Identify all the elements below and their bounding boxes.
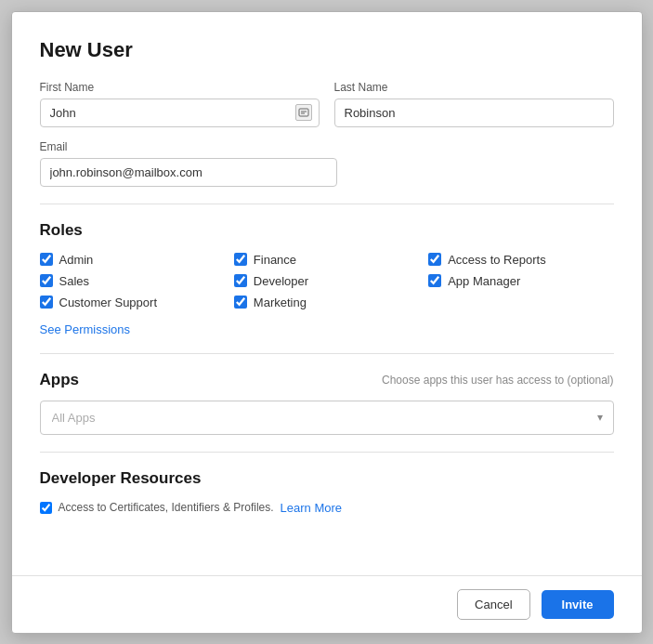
role-finance-label[interactable]: Finance [254,253,296,267]
role-customer-support-checkbox[interactable] [40,296,53,309]
learn-more-link[interactable]: Learn More [281,501,342,515]
role-access-reports: Access to Reports [428,253,613,267]
last-name-input[interactable] [334,99,614,127]
cancel-button[interactable]: Cancel [457,589,529,620]
role-sales-label[interactable]: Sales [59,274,90,288]
contacts-icon[interactable] [295,104,312,121]
apps-header: Apps Choose apps this user has access to… [40,371,614,389]
role-admin-label[interactable]: Admin [59,253,94,267]
svg-rect-0 [299,109,308,116]
apps-select-wrapper: All Apps ▾ [40,401,614,435]
divider-1 [40,204,614,204]
name-row: First Name Last Name [40,81,614,127]
role-access-reports-label[interactable]: Access to Reports [448,253,546,267]
role-app-manager-checkbox[interactable] [428,274,441,287]
page-title: New User [40,38,614,62]
first-name-input[interactable] [40,99,320,127]
apps-optional-text: Choose apps this user has access to (opt… [382,374,613,387]
roles-grid: Admin Finance Access to Reports Sales De… [40,253,614,309]
role-app-manager-label[interactable]: App Manager [448,274,520,288]
role-finance: Finance [234,253,419,267]
first-name-input-wrapper [40,99,320,127]
email-group: Email [40,140,337,187]
role-access-reports-checkbox[interactable] [428,253,441,266]
role-customer-support: Customer Support [40,296,225,309]
email-label: Email [40,140,337,153]
role-admin: Admin [40,253,225,267]
developer-resources-label[interactable]: Access to Certificates, Identifiers & Pr… [59,501,274,514]
role-developer-label[interactable]: Developer [254,274,308,288]
first-name-label: First Name [40,81,320,94]
developer-resources-row: Access to Certificates, Identifiers & Pr… [40,501,614,515]
developer-resources-title: Developer Resources [40,469,614,488]
role-finance-checkbox[interactable] [234,253,247,266]
role-developer: Developer [234,274,419,288]
role-marketing-label[interactable]: Marketing [254,296,307,309]
first-name-group: First Name [40,81,320,127]
role-app-manager: App Manager [428,274,613,288]
apps-section-title: Apps [40,371,80,389]
modal-footer: Cancel Invite [12,575,642,633]
divider-2 [40,353,614,354]
role-sales-checkbox[interactable] [40,274,53,287]
role-customer-support-label[interactable]: Customer Support [59,296,158,309]
divider-3 [40,452,614,453]
see-permissions-link[interactable]: See Permissions [40,322,131,336]
apps-select[interactable]: All Apps [40,401,614,435]
new-user-modal: New User First Name Last Name [11,11,643,634]
last-name-group: Last Name [334,81,614,127]
roles-section-title: Roles [40,221,614,240]
developer-resources-checkbox[interactable] [40,502,52,514]
role-marketing-checkbox[interactable] [234,296,247,309]
last-name-label: Last Name [334,81,614,94]
modal-body: New User First Name Last Name [12,12,642,575]
role-marketing: Marketing [234,296,419,309]
email-input[interactable] [40,158,337,187]
invite-button[interactable]: Invite [542,590,614,619]
role-developer-checkbox[interactable] [234,274,247,287]
role-admin-checkbox[interactable] [40,253,53,266]
role-sales: Sales [40,274,225,288]
